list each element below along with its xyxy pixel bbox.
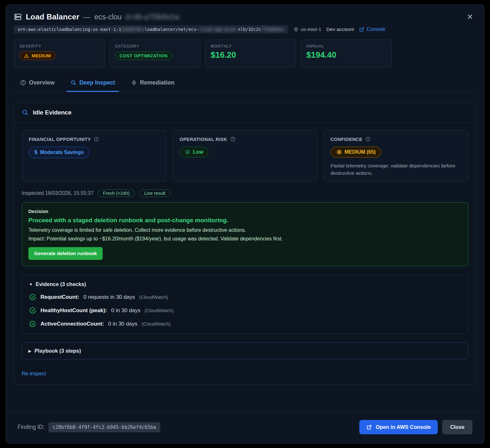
monthly-value: $16.20 — [211, 50, 290, 60]
tab-remediation-label: Remediation — [140, 79, 174, 86]
tab-remediation[interactable]: Remediation — [127, 75, 178, 92]
decision-label: Decision — [28, 209, 462, 214]
generate-runbook-button[interactable]: Generate deletion runbook — [28, 247, 103, 260]
stats-row: SEVERITY MEDIUM CATEGORY COST OPTIMIZATI… — [14, 40, 476, 68]
open-aws-console-label: Open in AWS Console — [376, 424, 431, 430]
close-icon[interactable]: ✕ — [464, 12, 476, 21]
close-button[interactable]: Close — [442, 420, 472, 434]
panel-body: FINANCIAL OPPORTUNITY $ Moderate Savings — [14, 122, 476, 384]
playbook-toggle[interactable]: ▶ Playbook (3 steps) — [22, 342, 468, 359]
financial-badge-label: Moderate Savings — [40, 150, 84, 155]
tab-bar: Overview Deep Inspect Remediation — [14, 75, 476, 92]
evidence-item-activeconnectioncount: ActiveConnectionCount: 0 in 30 days (Clo… — [29, 320, 461, 327]
finding-dialog: Load Balancer — ecs-clou d-nlb-a7f3k9x2w… — [6, 4, 484, 444]
category-badge: COST OPTIMIZATION — [115, 52, 172, 60]
arn-seg2: :loadbalancer/net/ecs- — [142, 27, 199, 32]
live-result-badge: Live result — [139, 189, 171, 197]
external-link-icon — [359, 27, 364, 32]
search-icon — [70, 80, 77, 86]
arn-redacted3: 7f9a0b4e1 — [261, 27, 284, 32]
evidence-box: ▼ Evidence (3 checks) RequestCount: 0 re… — [22, 275, 468, 334]
arn-redacted2: cloud-app-prod- — [199, 27, 238, 32]
risk-badge-label: Low — [193, 149, 203, 155]
expand-triangle-icon: ▶ — [28, 349, 31, 353]
page-title: Load Balancer — [26, 12, 79, 21]
region-indicator: us-east-1 — [293, 26, 321, 32]
evidence-item-name: ActiveConnectionCount: — [40, 321, 104, 327]
decision-box: Decision Proceed with a staged deletion … — [22, 202, 468, 266]
confidence-label: CONFIDENCE — [331, 137, 362, 142]
arn-seg3: nlb/32c2c — [238, 27, 261, 32]
evidence-item-requestcount: RequestCount: 0 requests in 30 days (Clo… — [29, 293, 461, 301]
evidence-item-source: (CloudWatch) — [142, 321, 171, 327]
category-card: CATEGORY COST OPTIMIZATION — [109, 40, 201, 68]
evidence-item-source: (CloudWatch) — [144, 308, 173, 313]
title-separator: — — [83, 13, 91, 21]
external-link-icon — [366, 424, 372, 430]
confidence-description: Partial telemetry coverage; validate dep… — [331, 162, 461, 177]
dialog-footer: Finding ID: c28bf6b0-4f9f-4fc2-b945-bb26… — [6, 411, 484, 443]
shield-check-icon — [185, 150, 190, 155]
tab-deep-inspect[interactable]: Deep Inspect — [67, 75, 119, 92]
arn-redacted1: 23456789 — [121, 27, 142, 32]
dialog-header: Load Balancer — ecs-clou d-nlb-a7f3k9x2w… — [14, 12, 476, 21]
info-circle-icon[interactable] — [230, 136, 236, 142]
annual-label: ANNUAL — [306, 44, 386, 48]
evidence-item-value: 0 in 30 days — [108, 321, 137, 327]
evidence-header-label: Evidence (3 checks) — [36, 281, 86, 287]
arn-text[interactable]: arn:aws:elasticloadbalancing:us-east-1:1… — [14, 25, 288, 33]
inspected-row: Inspected 18/03/2026, 15:55:37 Fresh (<2… — [22, 189, 468, 197]
load-balancer-icon — [14, 13, 22, 21]
lightning-icon — [131, 80, 137, 86]
tab-overview-label: Overview — [29, 79, 55, 86]
evidence-item-name: HealthyHostCount (peak): — [40, 307, 107, 314]
severity-label: SEVERITY — [19, 44, 99, 48]
severity-badge: MEDIUM — [19, 51, 55, 60]
collapse-triangle-icon: ▼ — [29, 282, 33, 287]
tab-deep-inspect-label: Deep Inspect — [79, 79, 115, 86]
financial-opportunity-card: FINANCIAL OPPORTUNITY $ Moderate Savings — [22, 130, 166, 182]
location-pin-icon — [293, 27, 299, 32]
financial-opportunity-label: FINANCIAL OPPORTUNITY — [29, 137, 91, 142]
dollar-icon: $ — [34, 149, 37, 156]
evidence-item-value: 0 in 30 days — [111, 307, 141, 314]
info-circle-icon[interactable] — [365, 136, 371, 142]
evidence-item-value: 0 requests in 30 days — [84, 294, 135, 300]
bullseye-icon — [336, 149, 342, 155]
resource-name: ecs-clou — [94, 13, 122, 21]
console-link[interactable]: Console — [359, 26, 385, 32]
panel-header: Idle Evidence — [14, 103, 476, 122]
confidence-card: CONFIDENCE MEDIUM (6 — [324, 130, 468, 182]
evidence-item-name: RequestCount: — [40, 294, 79, 300]
evidence-header[interactable]: ▼ Evidence (3 checks) — [29, 281, 461, 287]
reinspect-link[interactable]: Re-inspect — [22, 371, 46, 377]
account-label: Dev account — [326, 26, 354, 32]
finding-id-value[interactable]: c28bf6b0-4f9f-4fc2-b945-bb26ef4c65ba — [48, 422, 160, 432]
monthly-card: MONTHLY $16.20 — [205, 40, 296, 68]
decision-impact: Impact: Potential savings up to ~$16.20/… — [28, 236, 462, 242]
evidence-item-healthyhostcount: HealthyHostCount (peak): 0 in 30 days (C… — [29, 307, 461, 314]
open-aws-console-button[interactable]: Open in AWS Console — [359, 420, 438, 434]
inspected-timestamp: Inspected 18/03/2026, 15:55:37 — [22, 190, 93, 196]
panel-title: Idle Evidence — [33, 109, 71, 116]
risk-badge: Low — [179, 147, 208, 158]
search-icon — [22, 109, 29, 116]
info-circle-icon — [20, 80, 26, 86]
confidence-badge: MEDIUM (65) — [331, 147, 382, 158]
annual-value: $194.40 — [306, 50, 386, 60]
arn-row: arn:aws:elasticloadbalancing:us-east-1:1… — [14, 25, 476, 33]
financial-badge: $ Moderate Savings — [29, 147, 89, 158]
metric-cards-row: FINANCIAL OPPORTUNITY $ Moderate Savings — [22, 130, 468, 182]
check-circle-icon — [29, 293, 36, 301]
warning-triangle-icon — [24, 53, 29, 58]
idle-evidence-panel: Idle Evidence FINANCIAL OPPORTUNITY — [14, 103, 476, 385]
playbook-label: Playbook (3 steps) — [34, 348, 81, 354]
decision-detail: Telemetry coverage is limited for safe d… — [28, 227, 462, 233]
confidence-badge-label: MEDIUM (65) — [345, 149, 376, 155]
category-label: CATEGORY — [115, 44, 195, 48]
decision-headline: Proceed with a staged deletion runbook a… — [28, 217, 462, 224]
operational-risk-label: OPERATIONAL RISK — [179, 137, 227, 142]
finding-id-label: Finding ID: — [18, 424, 45, 430]
tab-overview[interactable]: Overview — [16, 75, 58, 92]
info-circle-icon[interactable] — [94, 136, 99, 142]
